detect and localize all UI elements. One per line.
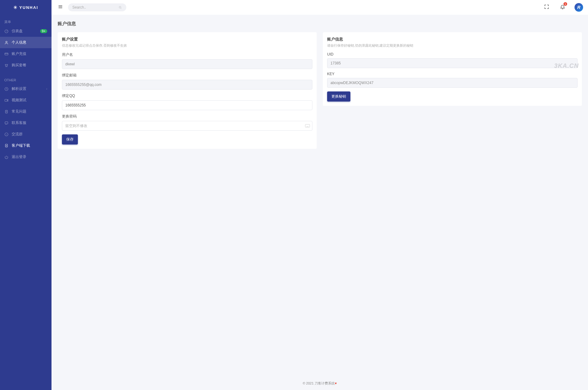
svg-point-11 [119,6,121,8]
key-input[interactable] [327,78,578,88]
sidebar-item-recharge[interactable]: 账户充值 [0,48,52,60]
sidebar-item-group[interactable]: 交流群 [0,129,52,140]
sidebar-item-download[interactable]: 客户端下载 [0,140,52,151]
sidebar-item-label: 购买套餐 [12,63,47,68]
sidebar-item-label: 解析设置 [12,86,46,91]
user-icon [4,41,9,45]
card-title: 账户信息 [327,37,578,42]
user-avatar[interactable]: R [575,3,583,12]
email-input[interactable] [62,80,312,90]
sidebar-item-faq[interactable]: 常见问题 [0,106,52,117]
sidebar-item-purchase[interactable]: 购买套餐 [0,60,52,71]
header: 1 R [52,0,588,15]
expand-icon [544,4,549,10]
chat-icon [4,121,9,125]
nav-section-other: OTHER [0,76,52,83]
username-label: 用户名 [62,52,312,57]
info-icon [4,132,9,137]
menu-toggle[interactable] [56,3,64,12]
svg-rect-2 [5,53,8,55]
video-icon [4,98,9,102]
footer-text: © 2021 刀客计费系统 [303,381,335,385]
nav-section-menu: 菜单 [0,17,52,25]
badge-count: 9+ [40,29,47,33]
card-title: 账户设置 [62,37,312,42]
heart-icon: ♥ [335,381,337,385]
search-box[interactable] [68,3,126,11]
search-icon [118,6,122,9]
save-button[interactable]: 保存 [62,134,78,145]
sidebar-item-video[interactable]: 视频测试 [0,95,52,106]
sidebar-item-label: 仪表盘 [12,29,40,34]
sidebar-item-label: 交流群 [12,132,47,137]
clipboard-icon [4,110,9,114]
sidebar-item-parse[interactable]: 解析设置 › [0,83,52,95]
sidebar-item-profile[interactable]: 个人信息 [0,37,52,48]
cart-icon [4,63,9,68]
gauge-icon [4,29,9,33]
refresh-key-button[interactable]: 更换秘钥 [327,91,350,102]
clock-icon [4,87,9,91]
sidebar: YUNHAI 菜单 仪表盘 9+ 个人信息 账户充值 购买套餐 [0,0,52,390]
fullscreen-button[interactable] [543,3,551,12]
svg-point-1 [6,41,7,43]
svg-rect-12 [305,124,310,127]
page-title: 账户信息 [58,21,582,27]
svg-point-4 [7,66,7,67]
keyboard-icon [305,124,310,128]
card-subtitle: 信息修改完成记得点击保存,否则修改不生效 [62,43,312,48]
brand-logo[interactable]: YUNHAI [0,0,52,15]
account-info-card: 账户信息 请自行保存好秘钥,切勿泄露此秘钥,建议定期更换新的秘钥 UID KEY… [323,32,582,106]
sidebar-item-logout[interactable]: 退出登录 [0,151,52,163]
sidebar-item-label: 个人信息 [12,40,47,45]
uid-input[interactable] [327,58,578,68]
password-label: 更换密码 [62,114,312,119]
card-subtitle: 请自行保存好秘钥,切勿泄露此秘钥,建议定期更换新的秘钥 [327,43,578,48]
notifications-button[interactable]: 1 [559,3,567,12]
power-icon [4,155,9,159]
search-input[interactable] [72,5,118,10]
sidebar-item-label: 账户充值 [12,51,47,56]
sidebar-item-label: 客户端下载 [12,143,47,148]
card-icon [4,52,9,56]
uid-label: UID [327,52,578,56]
svg-rect-6 [5,99,7,101]
footer: © 2021 刀客计费系统♥ [58,377,582,390]
sidebar-item-dashboard[interactable]: 仪表盘 9+ [0,25,52,37]
account-settings-card: 账户设置 信息修改完成记得点击保存,否则修改不生效 用户名 绑定邮箱 绑定QQ [58,32,317,149]
qq-input[interactable] [62,100,312,110]
email-label: 绑定邮箱 [62,73,312,78]
password-input[interactable] [62,121,312,131]
sidebar-item-label: 视频测试 [12,98,47,103]
sidebar-item-contact[interactable]: 联系客服 [0,117,52,129]
svg-rect-8 [5,122,8,124]
svg-point-3 [6,66,6,67]
sidebar-item-label: 常见问题 [12,109,47,114]
sidebar-item-label: 联系客服 [12,120,47,125]
notification-badge: 1 [563,2,567,6]
qq-label: 绑定QQ [62,93,312,98]
key-label: KEY [327,72,578,76]
username-input[interactable] [62,59,312,69]
sidebar-item-label: 退出登录 [12,154,47,160]
download-icon [4,144,9,148]
logo-icon [13,5,17,10]
chevron-right-icon: › [46,87,47,91]
hamburger-icon [58,4,63,10]
